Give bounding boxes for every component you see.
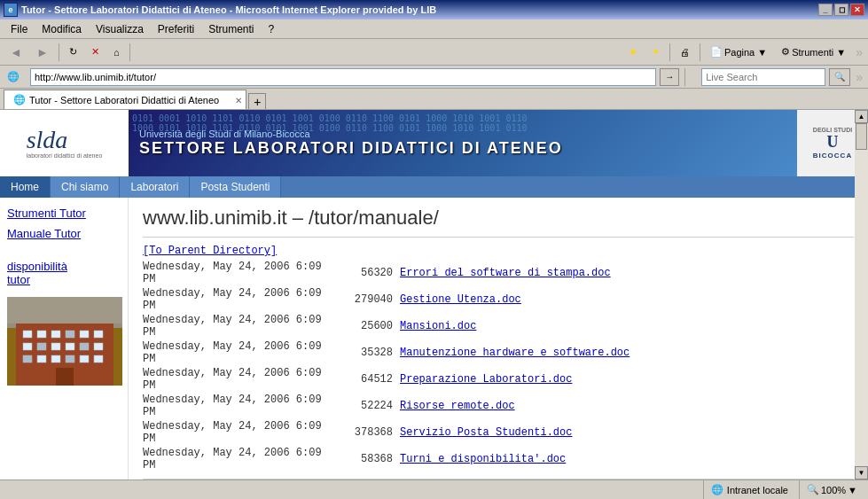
scroll-up-button[interactable]: ▲ [855,110,868,123]
svg-rect-19 [51,355,60,363]
refresh-button[interactable]: ↻ [63,42,83,63]
main-content: www.lib.unimib.it – /tutor/manuale/ [To … [129,198,868,480]
sidebar-link-strumenti[interactable]: Strumenti Tutor [7,207,121,220]
file-date: Wednesday, May 24, 2006 6:09 PM [143,367,338,392]
nav-laboratori[interactable]: Laboratori [120,176,190,198]
page-content: slda laboratori didattici di ateneo 0101… [0,110,868,480]
sidebar-link-manuale[interactable]: Manuale Tutor [7,227,121,240]
svg-rect-22 [94,355,103,363]
menu-visualizza[interactable]: Visualizza [89,21,151,37]
restore-button[interactable]: ◻ [834,4,848,16]
nav-posta-studenti[interactable]: Posta Studenti [190,176,281,198]
sidebar-link-disponibilita[interactable]: disponibilitàtutor [7,260,121,286]
refresh-icon: ↻ [69,46,77,58]
file-size: 35328 [338,347,400,359]
nav-home[interactable]: Home [0,176,51,198]
scroll-down-button[interactable]: ▼ [855,466,868,480]
favorites-star-button[interactable]: ★ [622,42,644,63]
menu-modifica[interactable]: Modifica [35,21,89,37]
file-size: 279040 [338,293,400,306]
tab-main[interactable]: 🌐 Tutor - Settore Laboratori Didattici d… [4,90,246,109]
back-button[interactable]: ◄ [4,42,28,63]
close-button[interactable]: ✕ [850,4,864,16]
stop-button[interactable]: ✕ [85,42,106,63]
tab-icon: 🌐 [13,94,26,105]
sidebar: Strumenti Tutor Manuale Tutor disponibil… [0,198,129,480]
titlebar: e Tutor - Settore Laboratori Didattici d… [0,0,868,19]
go-button[interactable]: → [660,68,679,86]
tab-close-button[interactable]: ✕ [235,95,242,105]
vertical-scrollbar: ▲ ▼ [855,110,868,480]
toolbar: ◄ ► ↻ ✕ ⌂ ★ ✦ 🖨 📄 Pagina ▼ ⚙ Strumenti ▼… [0,39,868,66]
svg-rect-12 [37,343,46,350]
titlebar-title: Tutor - Settore Laboratori Didattici di … [21,4,436,15]
parent-dir-link[interactable]: [To Parent Directory] [143,245,277,257]
toolbar-expand-button[interactable]: » [854,45,864,59]
toolbar-sep-4 [700,43,700,61]
file-link[interactable]: Preparazione Laboratori.doc [400,373,572,386]
svg-rect-23 [56,368,74,386]
menubar: File Modifica Visualizza Preferiti Strum… [0,19,868,39]
svg-rect-7 [51,331,60,338]
menu-file[interactable]: File [4,21,35,37]
file-size: 64512 [338,373,400,386]
site-logo-area: slda laboratori didattici di ateneo [0,110,129,176]
file-link[interactable]: Gestione Utenza.doc [400,293,521,306]
site-logo: slda [27,128,103,152]
scroll-thumb[interactable] [856,123,867,150]
address-input[interactable] [30,68,656,86]
logo-right-bicocca: BICOCCA [813,152,852,160]
site-uni-name: Università degli Studi di Milano-Bicocca [139,129,786,139]
svg-rect-18 [37,355,46,363]
page-button[interactable]: 📄 Pagina ▼ [704,42,773,63]
toolbar-sep-2 [129,43,130,61]
site-header-main: 0101 0001 1010 1101 0110 0101 1001 0100 … [129,110,797,176]
print-button[interactable]: 🖨 [674,42,696,63]
site-header: slda laboratori didattici di ateneo 0101… [0,110,868,176]
search-icon: 🔍 [834,72,845,82]
site-dept-title: SETTORE LABORATORI DIDATTICI DI ATENEO [139,139,786,158]
svg-rect-8 [66,331,74,338]
statusbar-zoom: 100% [821,485,846,495]
site-logo-sub: laboratori didattici di ateneo [27,152,103,159]
new-tab-button[interactable]: + [248,93,266,109]
file-link[interactable]: Turni e disponibilita'.doc [400,453,566,465]
zone-icon: 🌐 [711,484,723,495]
menu-help[interactable]: ? [262,21,282,37]
forward-button[interactable]: ► [30,42,55,63]
file-link[interactable]: Manutenzione hardware e software.doc [400,347,629,359]
add-star-icon: ✦ [652,46,660,58]
file-link[interactable]: Servizio Posta Studenti.doc [400,426,572,439]
search-button[interactable]: 🔍 [829,68,850,86]
svg-rect-6 [37,331,46,338]
print-icon: 🖨 [680,47,690,58]
tools-button[interactable]: ⚙ Strumenti ▼ [775,42,852,63]
scroll-track[interactable] [855,123,868,466]
zoom-dropdown-icon[interactable]: ▼ [848,485,857,495]
svg-rect-2 [7,297,122,328]
toolbar-sep-1 [59,43,59,61]
file-date: Wednesday, May 24, 2006 6:09 PM [143,447,338,472]
file-size: 58368 [338,453,400,465]
dir-listing: [To Parent Directory] Wednesday, May 24,… [143,245,854,472]
logo-right-line1: DEGLI STUDI [813,127,852,133]
table-row: Wednesday, May 24, 2006 6:09 PM58368Turn… [143,447,854,472]
file-link[interactable]: Risorse remote.doc [400,400,515,412]
logo-right-uni: U [813,133,852,152]
search-input[interactable] [701,68,825,86]
file-link[interactable]: Errori del software di stampa.doc [400,267,611,279]
svg-rect-13 [51,343,60,350]
add-favorites-button[interactable]: ✦ [645,42,666,63]
file-link[interactable]: Mansioni.doc [400,320,476,332]
menu-preferiti[interactable]: Preferiti [151,21,201,37]
minimize-button[interactable]: _ [818,4,833,16]
menu-strumenti[interactable]: Strumenti [201,21,261,37]
statusbar-zone: Intranet locale [727,485,788,495]
file-size: 56320 [338,267,400,279]
page-label: Pagina ▼ [724,47,767,58]
toolbar2-expand-button[interactable]: » [854,70,864,84]
home-button[interactable]: ⌂ [107,42,126,63]
titlebar-controls[interactable]: _ ◻ ✕ [818,4,864,16]
nav-chi-siamo[interactable]: Chi siamo [51,176,120,198]
file-size: 25600 [338,320,400,332]
